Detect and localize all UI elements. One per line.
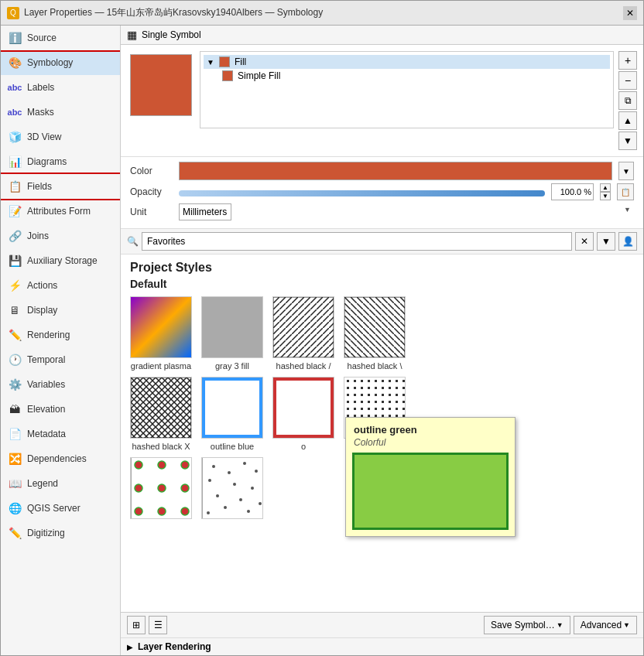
style-swatch-red-dots: [130, 457, 192, 519]
opacity-label: Opacity: [130, 186, 173, 197]
title-bar: Q Layer Properties — 15年山东帝岛屿Krasovsky19…: [1, 1, 643, 26]
qgis-server-icon: 🌐: [7, 501, 22, 516]
layer-rendering-label: Layer Rendering: [138, 641, 211, 652]
symbology-toolbar: ▦ Single Symbol: [121, 26, 643, 45]
sidebar-item-variables[interactable]: ⚙️ Variables: [1, 372, 120, 397]
simple-fill-row[interactable]: Simple Fill: [204, 69, 610, 83]
joins-icon: 🔗: [7, 228, 22, 244]
svg-point-23: [233, 483, 236, 486]
style-item-outline-blue[interactable]: outline blue: [201, 377, 263, 451]
advanced-button[interactable]: Advanced ▼: [574, 616, 637, 634]
svg-point-13: [181, 484, 189, 492]
clear-search-button[interactable]: ✕: [575, 232, 594, 251]
sidebar-item-label-auxiliary-storage: Auxiliary Storage: [27, 255, 98, 266]
user-style-button[interactable]: 👤: [618, 232, 637, 251]
sidebar-item-display[interactable]: 🖥 Display: [1, 298, 120, 323]
style-item-outline-red-partial[interactable]: o: [272, 377, 334, 451]
opacity-slider-wrap: [179, 187, 545, 196]
sidebar-item-rendering[interactable]: ✏️ Rendering: [1, 323, 120, 347]
style-item-gradient-plasma[interactable]: gradient plasma: [130, 296, 192, 371]
add-layer-button[interactable]: +: [618, 51, 637, 70]
layer-rendering-expand-icon: ▶: [127, 643, 133, 651]
bottom-action-buttons: Save Symbol… ▼ Advanced ▼: [484, 616, 637, 634]
svg-point-12: [158, 484, 166, 492]
outline-blue-fill: [202, 378, 262, 438]
sidebar-item-temporal[interactable]: 🕐 Temporal: [1, 347, 120, 372]
sidebar-item-fields[interactable]: 📋 Fields: [1, 174, 120, 199]
fill-row[interactable]: ▼ Fill: [204, 55, 610, 69]
opacity-row: Opacity 100.0 % ▲ ▼ 📋: [130, 183, 634, 200]
sidebar-item-masks[interactable]: abc Masks: [1, 100, 120, 125]
svg-point-24: [251, 487, 254, 490]
svg-point-11: [135, 484, 142, 492]
layer-rendering-row[interactable]: ▶ Layer Rendering: [121, 637, 643, 655]
sidebar-item-qgis-server[interactable]: 🌐 QGIS Server: [1, 496, 120, 521]
grid-view-button[interactable]: ⊞: [127, 616, 146, 634]
opacity-input[interactable]: 100.0 %: [551, 183, 594, 200]
main-panel: ▦ Single Symbol ▼ Fill: [121, 26, 643, 655]
paste-button[interactable]: 📋: [617, 183, 634, 200]
move-up-button[interactable]: ▲: [618, 111, 637, 130]
style-swatch-hashed-slash: [272, 296, 334, 358]
style-item-red-dots[interactable]: [130, 457, 192, 522]
save-symbol-button[interactable]: Save Symbol… ▼: [484, 616, 570, 634]
variables-icon: ⚙️: [7, 377, 22, 392]
sidebar-item-actions[interactable]: ⚡ Actions: [1, 273, 120, 298]
masks-icon: abc: [7, 104, 22, 120]
list-view-button[interactable]: ☰: [149, 616, 167, 634]
symbol-area: ▼ Fill Simple Fill + − ⧉: [121, 45, 643, 157]
style-label-gradient: gradient plasma: [131, 361, 191, 371]
style-label-hashed-x: hashed black X: [132, 442, 190, 451]
svg-point-26: [239, 498, 242, 501]
scattered-dots-svg: [202, 457, 262, 519]
sidebar-item-metadata[interactable]: 📄 Metadata: [1, 422, 120, 446]
sidebar-item-attributes-form[interactable]: 📝 Attributes Form: [1, 199, 120, 224]
filter-button[interactable]: ▼: [597, 232, 615, 251]
style-label-hashed-slash: hashed black /: [276, 361, 331, 371]
move-down-button[interactable]: ▼: [618, 132, 637, 150]
sidebar-item-label-variables: Variables: [27, 379, 65, 390]
style-swatch-outline-blue: [201, 377, 263, 439]
opacity-up-button[interactable]: ▲: [600, 183, 611, 192]
sidebar-item-joins[interactable]: 🔗 Joins: [1, 224, 120, 248]
sidebar-item-legend[interactable]: 📖 Legend: [1, 471, 120, 496]
style-item-scattered-dots[interactable]: [201, 457, 263, 522]
style-swatch-gray: [201, 296, 263, 358]
sidebar-item-digitizing[interactable]: ✏️ Digitizing: [1, 521, 120, 545]
color-bar[interactable]: [179, 162, 612, 180]
sidebar-item-labels[interactable]: abc Labels: [1, 75, 120, 100]
sidebar-item-diagrams[interactable]: 📊 Diagrams: [1, 149, 120, 174]
sidebar-item-elevation[interactable]: 🏔 Elevation: [1, 397, 120, 422]
style-item-hashed-x[interactable]: hashed black X: [130, 377, 192, 451]
style-item-gray-fill[interactable]: gray 3 fill: [201, 296, 263, 371]
rendering-icon: ✏️: [7, 327, 22, 343]
svg-point-15: [158, 507, 166, 515]
style-item-hashed-backslash[interactable]: hashed black \: [344, 296, 406, 371]
sidebar-item-3dview[interactable]: 🧊 3D View: [1, 125, 120, 149]
sidebar-item-label-dependencies: Dependencies: [27, 453, 87, 464]
duplicate-layer-button[interactable]: ⧉: [618, 91, 637, 110]
symbol-buttons: + − ⧉ ▲ ▼: [618, 51, 637, 150]
svg-point-19: [228, 471, 231, 474]
symbology-icon: 🎨: [7, 55, 22, 70]
window-title: Layer Properties — 15年山东帝岛屿Krasovsky1940…: [24, 6, 323, 19]
color-dropdown-button[interactable]: ▼: [618, 162, 634, 180]
style-item-hashed-slash[interactable]: hashed black /: [272, 296, 334, 371]
sidebar-item-auxiliary-storage[interactable]: 💾 Auxiliary Storage: [1, 248, 120, 273]
opacity-spinners: ▲ ▼: [600, 183, 611, 200]
close-button[interactable]: ✕: [623, 6, 637, 20]
opacity-down-button[interactable]: ▼: [600, 192, 611, 200]
svg-point-9: [158, 461, 166, 469]
title-bar-left: Q Layer Properties — 15年山东帝岛屿Krasovsky19…: [7, 6, 323, 19]
unit-select[interactable]: Millimeters Pixels Points: [179, 203, 231, 220]
remove-layer-button[interactable]: −: [618, 71, 637, 90]
sidebar-item-label-fields: Fields: [27, 181, 52, 192]
search-input[interactable]: [142, 232, 572, 251]
sidebar-item-label-actions: Actions: [27, 280, 57, 291]
sidebar-item-dependencies[interactable]: 🔀 Dependencies: [1, 446, 120, 471]
svg-point-28: [247, 510, 250, 513]
opacity-track[interactable]: [179, 190, 545, 196]
sidebar-item-symbology[interactable]: 🎨 Symbology: [1, 50, 120, 75]
sidebar-item-label-masks: Masks: [27, 107, 54, 118]
sidebar-item-source[interactable]: ℹ️ Source: [1, 26, 120, 50]
